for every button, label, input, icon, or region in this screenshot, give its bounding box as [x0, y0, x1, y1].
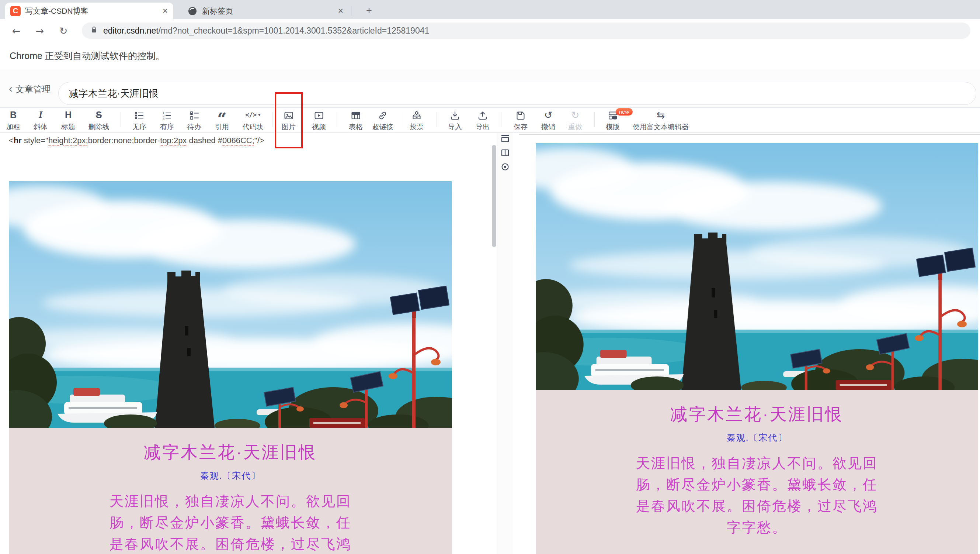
rendered-hr [519, 134, 980, 135]
editor-content: <hr style="height:2px;border:none;border… [0, 133, 980, 554]
toolbar-separator [436, 112, 437, 127]
toolbar-button-vote[interactable]: 投票 [403, 110, 430, 131]
close-tab-icon[interactable]: ✕ [162, 6, 168, 15]
url-path: /md?not_checkout=1&spm=1001.2014.3001.53… [159, 26, 430, 35]
poem-body: 天涯旧恨，独自凄凉人不问。欲见回肠，断尽金炉小篆香。黛蛾长敛，任是春风吹不展。困… [24, 490, 437, 554]
new-tab-button[interactable]: + [363, 5, 375, 17]
preview-eye-icon[interactable] [500, 162, 510, 172]
editor-toolbar: B 加粗 I 斜体 H 标题 S 删除线 无序 1 2 3 有序 [0, 108, 980, 133]
tab-favicon-globe-icon [187, 6, 197, 16]
toolbar-button-code-block[interactable]: </>▾ 代码块 [236, 110, 269, 131]
article-manage-link[interactable]: ‹文章管理 [9, 70, 51, 107]
poem-author: 秦观.〔宋代〕 [550, 432, 963, 444]
vote-icon [403, 110, 430, 121]
tab-title: 新标签页 [202, 6, 334, 16]
editor-scrollbar[interactable] [492, 145, 496, 247]
toolbar-separator [594, 112, 595, 127]
editor-header: ‹文章管理 [0, 70, 980, 108]
tab-new-tab[interactable]: 新标签页 ✕ [182, 3, 349, 19]
browser-tab-strip: C 写文章-CSDN博客 ✕ 新标签页 ✕ + [0, 0, 980, 19]
back-chevron-icon: ‹ [9, 82, 13, 94]
ordered-list-icon: 1 2 3 [154, 110, 180, 121]
quote-icon: “ [209, 110, 235, 121]
preview-pane: 减字木兰花·天涯旧恨 秦观.〔宋代〕 天涯旧恨，独自凄凉人不问。欲见回肠，断尽金… [512, 133, 980, 554]
article-manage-label: 文章管理 [16, 84, 51, 94]
toolbar-button-table[interactable]: 表格 [342, 110, 369, 131]
redo-icon: ↻ [562, 110, 589, 121]
toolbar-button-unordered-list[interactable]: 无序 [126, 110, 153, 131]
toolbar-separator [501, 112, 501, 127]
code-block-icon: </>▾ [236, 110, 269, 121]
export-icon [469, 110, 496, 121]
toolbar-button-hyperlink[interactable]: 超链接 [369, 110, 396, 131]
tab-csdn-editor[interactable]: C 写文章-CSDN博客 ✕ [5, 3, 173, 19]
toolbar-separator [272, 112, 272, 127]
split-view-icon[interactable] [500, 148, 510, 158]
toolbar-button-italic[interactable]: I 斜体 [27, 110, 54, 131]
automation-infobar: Chrome 正受到自动测试软件的控制。 [0, 42, 980, 70]
switch-editor-icon: ⇆ [624, 110, 698, 121]
unordered-list-icon [126, 110, 153, 121]
todo-list-icon [181, 110, 208, 121]
close-tab-icon[interactable]: ✕ [338, 6, 344, 15]
strikethrough-icon: S [86, 110, 112, 121]
table-icon [342, 110, 369, 121]
image-button-highlight-box [275, 92, 303, 148]
toggle-editor-layout-icon[interactable] [500, 134, 510, 144]
toolbar-button-bold[interactable]: B 加粗 [0, 110, 27, 131]
hyperlink-icon [369, 110, 396, 121]
pane-divider [497, 133, 512, 554]
tab-separator [351, 6, 352, 16]
article-title-input[interactable] [58, 82, 976, 105]
tab-title: 写文章-CSDN博客 [25, 6, 159, 16]
import-icon [442, 110, 468, 121]
poem-body: 天涯旧恨，独自凄凉人不问。欲见回肠，断尽金炉小篆香。黛蛾长敛，任是春风吹不展。困… [550, 452, 963, 538]
toolbar-separator [337, 112, 337, 127]
heading-icon: H [55, 110, 81, 121]
video-icon [305, 110, 332, 121]
toolbar-button-save[interactable]: 保存 [508, 110, 534, 131]
toolbar-button-rich-text-switch[interactable]: ⇆ 使用富文本编辑器 [624, 110, 698, 131]
poem-author: 秦观.〔宋代〕 [24, 470, 437, 482]
save-icon [508, 110, 534, 121]
back-icon[interactable]: ← [9, 24, 24, 38]
csdn-favicon-icon: C [10, 6, 21, 16]
article-photo-lake-tower [536, 143, 978, 390]
undo-icon: ↺ [535, 110, 562, 121]
article-image[interactable]: 减字木兰花·天涯旧恨 秦观.〔宋代〕 天涯旧恨，独自凄凉人不问。欲见回肠，断尽金… [9, 181, 452, 554]
url-host: editor.csdn.net [103, 26, 159, 35]
toolbar-button-template[interactable]: 模版 new [600, 110, 626, 131]
toolbar-button-strikethrough[interactable]: S 删除线 [86, 110, 112, 131]
forward-icon[interactable]: → [32, 24, 47, 38]
toolbar-button-undo[interactable]: ↺ 撤销 [535, 110, 562, 131]
toolbar-button-quote[interactable]: “ 引用 [209, 110, 235, 131]
toolbar-button-redo[interactable]: ↻ 重做 [562, 110, 589, 131]
poem-section: 减字木兰花·天涯旧恨 秦观.〔宋代〕 天涯旧恨，独自凄凉人不问。欲见回肠，断尽金… [536, 390, 978, 554]
markdown-editor-pane[interactable]: <hr style="height:2px;border:none;border… [0, 133, 497, 554]
toolbar-button-video[interactable]: 视频 [305, 110, 332, 131]
url-text: editor.csdn.net/md?not_checkout=1&spm=10… [103, 26, 429, 36]
reload-icon[interactable]: ↻ [56, 24, 71, 38]
poem-title: 减字木兰花·天涯旧恨 [550, 403, 963, 426]
svg-text:3: 3 [162, 117, 164, 120]
toolbar-button-export[interactable]: 导出 [469, 110, 496, 131]
toolbar-separator [121, 112, 121, 127]
article-image-preview: 减字木兰花·天涯旧恨 秦观.〔宋代〕 天涯旧恨，独自凄凉人不问。欲见回肠，断尽金… [536, 143, 978, 554]
bold-icon: B [0, 110, 27, 121]
toolbar-button-heading[interactable]: H 标题 [55, 110, 81, 131]
toolbar-button-ordered-list[interactable]: 1 2 3 有序 [154, 110, 180, 131]
toolbar-button-todo-list[interactable]: 待办 [181, 110, 208, 131]
poem-title: 减字木兰花·天涯旧恨 [24, 441, 437, 464]
poem-section: 减字木兰花·天涯旧恨 秦观.〔宋代〕 天涯旧恨，独自凄凉人不问。欲见回肠，断尽金… [9, 428, 452, 554]
toolbar-button-import[interactable]: 导入 [442, 110, 468, 131]
lock-icon [89, 25, 99, 36]
chevron-down-icon: ▾ [258, 109, 261, 120]
article-photo-lake-tower [9, 181, 452, 428]
markdown-source-line[interactable]: <hr style="height:2px;border:none;border… [9, 136, 264, 145]
address-bar[interactable]: editor.csdn.net/md?not_checkout=1&spm=10… [82, 22, 970, 39]
browser-navbar: ← → ↻ editor.csdn.net/md?not_checkout=1&… [0, 19, 980, 42]
toolbar-separator [402, 112, 402, 127]
italic-icon: I [27, 110, 54, 121]
automation-infobar-text: Chrome 正受到自动测试软件的控制。 [10, 42, 165, 69]
